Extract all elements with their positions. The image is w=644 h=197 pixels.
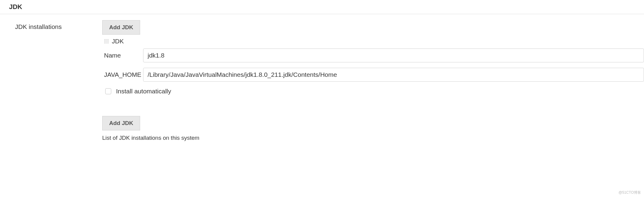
jdk-config-row: JDK installations Add JDK JDK Name JAVA_… (0, 20, 644, 141)
drag-handle-icon[interactable] (104, 39, 109, 44)
java-home-row: JAVA_HOME (102, 68, 644, 82)
install-auto-checkbox[interactable] (105, 88, 111, 94)
install-auto-label: Install automatically (116, 88, 171, 95)
name-row: Name (102, 48, 644, 62)
help-text: List of JDK installations on this system (102, 135, 644, 141)
install-auto-row: Install automatically (102, 88, 644, 95)
section-title: JDK (0, 3, 644, 14)
name-input[interactable] (143, 48, 644, 62)
java-home-label: JAVA_HOME (104, 71, 143, 78)
jdk-entry-block: JDK Name JAVA_HOME Install automatically (102, 38, 644, 95)
add-jdk-button-top[interactable]: Add JDK (102, 20, 140, 35)
jdk-entry-header: JDK (102, 38, 644, 45)
add-jdk-button-bottom[interactable]: Add JDK (102, 116, 140, 130)
jdk-installations-label: JDK installations (0, 20, 102, 30)
name-label: Name (104, 52, 143, 59)
jdk-right-content: Add JDK JDK Name JAVA_HOME Install autom… (102, 20, 644, 141)
jdk-entry-title: JDK (112, 38, 124, 45)
java-home-input[interactable] (143, 68, 644, 82)
